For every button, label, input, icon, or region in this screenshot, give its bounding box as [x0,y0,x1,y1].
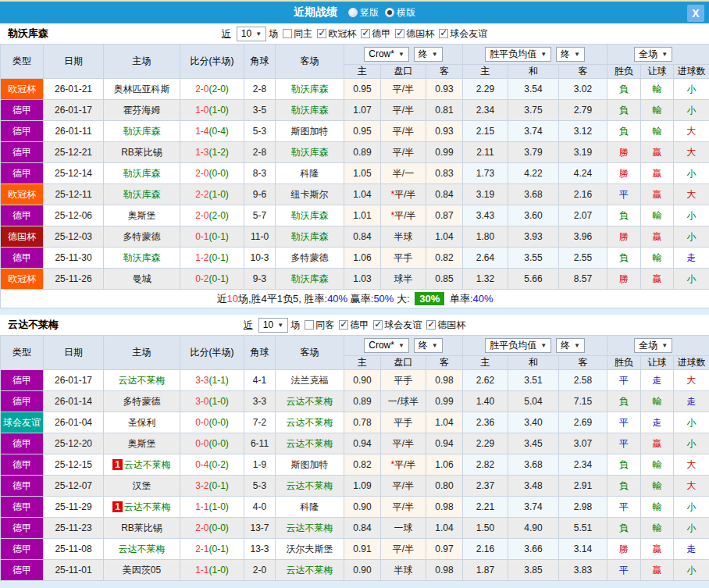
result-handicap: 輸 [641,121,674,142]
result-handicap: 輸 [641,79,674,100]
avg-draw-odds: 3.74 [508,121,559,142]
scope-select[interactable]: 全场 ▼ [634,338,672,353]
avg-home-odds: 3.19 [463,184,508,205]
league-filter-label[interactable]: 德甲 [350,319,369,332]
league-filter-checkbox[interactable] [317,29,326,38]
league-filter-label[interactable]: 德甲 [372,27,390,41]
league-filter-label[interactable]: 欧冠杯 [328,27,356,41]
home-team: 汉堡 [104,476,180,497]
avg-draw-odds: 3.68 [508,454,559,476]
result-goals: 大 [674,454,709,476]
league-filter-label[interactable]: 球会友谊 [384,319,422,332]
vertical-layout-label[interactable]: 竖版 [360,6,379,20]
odds-source-select[interactable]: Crow* ▼ [364,338,409,353]
away-team: 勒沃库森 [276,269,344,290]
result-outcome: 平 [607,560,641,581]
final-avg-select[interactable]: 终 ▼ [556,338,585,353]
match-row: 德甲25-11-08云达不莱梅2-1(0-1)13-3沃尔夫斯堡0.91平/半0… [1,539,709,560]
away-odds: 0.98 [426,560,463,581]
scope-select[interactable]: 全场 ▼ [634,47,672,62]
away-odds: 1.04 [426,412,463,433]
avg-draw-odds: 3.66 [508,539,559,560]
match-row: 欧冠杯25-11-26曼城0-2(0-1)9-3勒沃库森1.03球半0.851.… [1,269,709,290]
same-venue-checkbox[interactable] [305,320,314,330]
result-goals: 小 [674,497,709,518]
corner-score: 4-1 [244,370,276,391]
vertical-layout-radio[interactable] [348,8,358,17]
same-venue-label[interactable]: 同客 [315,319,334,332]
avg-draw-odds: 3.74 [508,497,559,518]
corner-score: 1-9 [244,454,276,476]
result-handicap: 贏 [641,163,674,184]
league-filter-checkbox[interactable] [426,320,436,330]
avg-odds-select[interactable]: 胜平负均值 ▼ [485,338,551,353]
match-date: 25-12-03 [44,226,104,248]
away-team: 斯图加特 [276,454,344,476]
league-filter-label[interactable]: 德国杯 [437,319,465,332]
avg-away-odds: 8.57 [559,269,607,290]
final-odds-select[interactable]: 终 ▼ [414,338,443,353]
match-count-select[interactable]: 10 ▼ [258,318,288,333]
league-filter-checkbox[interactable] [373,320,383,330]
score: 1-0(1-0) [180,100,244,121]
recent-label[interactable]: 近 [244,319,253,332]
avg-home-odds: 1.87 [463,560,508,581]
close-icon[interactable]: X [687,5,704,22]
avg-home-odds: 3.43 [463,205,508,226]
result-outcome: 勝 [607,163,641,184]
home-odds: 0.91 [344,539,381,560]
away-odds: 0.99 [426,142,463,163]
avg-home-odds: 1.50 [463,518,508,539]
horizontal-layout-radio[interactable] [385,8,394,17]
away-odds: 0.84 [426,184,463,205]
match-date: 25-11-30 [44,248,104,269]
chevron-down-icon: ▼ [574,340,580,351]
league-filter-label[interactable]: 球会友谊 [450,27,487,41]
odds-source-select[interactable]: Crow* ▼ [364,47,409,62]
league-filter-label[interactable]: 德国杯 [406,27,434,41]
recent-label[interactable]: 近 [222,27,231,41]
league-filter-checkbox[interactable] [395,29,404,38]
result-handicap: 輸 [641,497,674,518]
league-filter-checkbox[interactable] [439,29,448,38]
league-filter-checkbox[interactable] [339,320,348,330]
home-odds: 1.04 [344,184,381,205]
final-avg-select[interactable]: 终 ▼ [556,47,585,62]
avg-draw-odds: 3.45 [508,433,559,454]
match-count-select[interactable]: 10 ▼ [237,27,266,41]
column-header: 客场 [276,45,344,79]
league-badge: 欧冠杯 [1,269,44,290]
corner-score: 6-11 [244,433,276,454]
away-team: 沃尔夫斯堡 [276,539,344,560]
avg-odds-select[interactable]: 胜平负均值 ▼ [485,47,551,62]
avg-away-odds: 3.19 [559,142,607,163]
chevron-down-icon: ▼ [277,319,283,331]
same-venue-checkbox[interactable] [283,29,292,38]
result-handicap: 輸 [641,391,674,412]
match-date: 25-11-08 [44,539,104,560]
horizontal-layout-label[interactable]: 横版 [397,6,415,20]
score: 1-2(0-1) [180,248,244,269]
home-team: 霍芬海姆 [104,100,180,121]
result-goals: 小 [674,226,709,248]
league-filter-checkbox[interactable] [361,29,370,38]
injury-badge: 1 [112,501,123,512]
team-section: 云达不莱梅近10 ▼场同客德甲球会友谊德国杯类型日期主场比分(半场)角球客场Cr… [0,315,709,581]
final-odds-select[interactable]: 终 ▼ [414,47,443,62]
league-badge: 德国杯 [1,226,44,248]
same-venue-label[interactable]: 同主 [294,27,312,41]
column-subheader: 客 [426,65,463,79]
avg-home-odds: 2.37 [463,476,508,497]
avg-away-odds: 3.02 [559,79,607,100]
scope-header-cell: 全场 ▼ [607,336,709,356]
corner-score: 9-3 [244,269,276,290]
away-team: 多特蒙德 [276,248,344,269]
avg-away-odds: 2.98 [559,497,607,518]
match-row: 德甲26-01-17云达不莱梅3-3(1-1)4-1法兰克福0.90平手0.98… [1,370,709,391]
result-handicap: 贏 [641,269,674,290]
away-team: 勒沃库森 [276,100,344,121]
handicap: 平手 [381,412,426,433]
column-subheader: 客 [559,65,607,79]
league-badge: 德甲 [1,370,44,391]
filter-bar: 近10 ▼场同客德甲球会友谊德国杯 [244,318,465,333]
